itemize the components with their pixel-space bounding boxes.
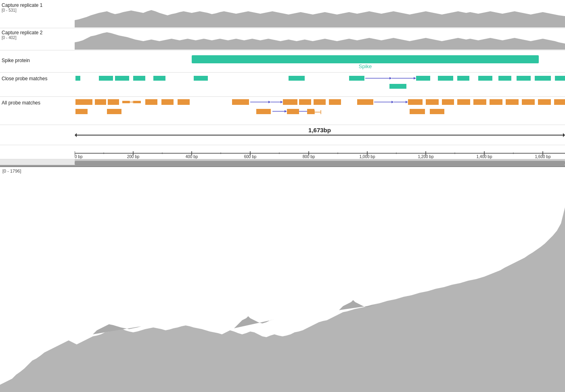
svg-text:1,200 bp: 1,200 bp [418, 154, 434, 159]
svg-rect-41 [314, 99, 326, 105]
svg-rect-31 [145, 99, 157, 105]
svg-rect-22 [389, 84, 406, 89]
svg-rect-26 [122, 101, 130, 103]
svg-rect-33 [178, 99, 190, 105]
close-probe-label: Close probe matches [0, 73, 75, 97]
svg-rect-23 [75, 99, 92, 105]
svg-rect-42 [329, 99, 341, 105]
svg-rect-9 [349, 76, 364, 81]
svg-rect-24 [95, 99, 106, 105]
svg-rect-2 [75, 76, 80, 81]
svg-text:1,400 bp: 1,400 bp [477, 154, 492, 159]
svg-rect-63 [287, 109, 299, 114]
all-probe-track: All probe matches [0, 97, 565, 125]
svg-rect-32 [161, 99, 174, 105]
capture1-label: Capture replicate 1 [0 - 531] [0, 0, 75, 28]
scale-content: 1,673bp [75, 125, 565, 145]
svg-text:1,000 bp: 1,000 bp [360, 154, 375, 159]
capture2-title: Capture replicate 2 [2, 30, 42, 35]
svg-text:600 bp: 600 bp [244, 154, 257, 159]
svg-text:Spike: Spike [359, 63, 372, 69]
capture1-title: Capture replicate 1 [2, 2, 42, 8]
svg-rect-65 [307, 109, 314, 114]
svg-rect-39 [283, 99, 297, 105]
close-probe-title: Close probe matches [2, 76, 47, 81]
svg-rect-0 [192, 55, 539, 63]
all-probe-content [75, 97, 565, 125]
bottom-coverage [0, 175, 565, 392]
svg-marker-72 [75, 133, 77, 137]
svg-rect-6 [153, 76, 165, 81]
capture2-content [75, 28, 565, 50]
svg-marker-11 [389, 77, 392, 79]
scrollbar-label-area [0, 159, 75, 165]
svg-rect-69 [410, 109, 425, 114]
svg-text:1,600 bp: 1,600 bp [535, 154, 551, 159]
svg-rect-16 [457, 76, 469, 81]
all-probe-label: All probe matches [0, 97, 75, 125]
svg-text:200 bp: 200 bp [127, 154, 140, 159]
svg-marker-62 [285, 110, 287, 113]
bottom-range: [0 - 1796] [0, 167, 565, 175]
svg-text:1,673bp: 1,673bp [308, 127, 331, 133]
svg-marker-38 [280, 101, 283, 103]
svg-rect-54 [506, 99, 519, 105]
capture2-track: Capture replicate 2 [0 - 402] [0, 28, 565, 50]
capture2-label: Capture replicate 2 [0 - 402] [0, 28, 75, 50]
svg-text:800 bp: 800 bp [303, 154, 315, 159]
svg-rect-49 [426, 99, 439, 105]
svg-rect-51 [457, 99, 470, 105]
genome-viewer: Capture replicate 1 [0 - 531] Capture re… [0, 0, 565, 392]
svg-rect-70 [430, 109, 444, 114]
svg-rect-20 [535, 76, 551, 81]
spike-track: Spike protein Spike [0, 50, 565, 73]
svg-rect-5 [133, 76, 145, 81]
svg-marker-13 [414, 77, 416, 79]
capture1-range: [0 - 531] [2, 8, 17, 13]
ruler-content: 0 bp 200 bp 400 bp 600 bp 800 bp 1,000 b… [75, 145, 565, 159]
svg-rect-15 [438, 76, 453, 81]
svg-rect-59 [107, 109, 121, 114]
scrollbar-area[interactable] [0, 159, 565, 165]
svg-rect-53 [490, 99, 502, 105]
svg-rect-48 [408, 99, 423, 105]
svg-marker-45 [391, 101, 394, 103]
svg-rect-14 [416, 76, 430, 81]
divider-bar-dark [0, 165, 565, 166]
capture1-content [75, 0, 565, 28]
scale-row: 1,673bp [0, 125, 565, 145]
scrollbar-thumb[interactable] [75, 161, 565, 165]
svg-rect-55 [522, 99, 535, 105]
ruler-row: 0 bp 200 bp 400 bp 600 bp 800 bp 1,000 b… [0, 145, 565, 159]
close-probe-content [75, 73, 565, 97]
bottom-track: [0 - 1796] [0, 166, 565, 392]
svg-rect-3 [99, 76, 113, 81]
svg-rect-7 [194, 76, 208, 81]
capture1-track: Capture replicate 1 [0 - 531] [0, 0, 565, 28]
svg-rect-25 [108, 99, 119, 105]
svg-rect-52 [473, 99, 486, 105]
svg-text:0 bp: 0 bp [75, 154, 83, 159]
ruler-label-empty [0, 145, 75, 159]
svg-rect-21 [555, 76, 565, 81]
svg-rect-50 [442, 99, 454, 105]
all-probe-title: All probe matches [2, 100, 40, 106]
svg-rect-40 [299, 99, 311, 105]
spike-label: Spike protein [0, 50, 75, 73]
svg-rect-58 [75, 109, 88, 114]
svg-rect-17 [478, 76, 492, 81]
svg-marker-36 [268, 101, 271, 103]
svg-marker-73 [563, 133, 565, 137]
close-probe-track: Close probe matches [0, 73, 565, 97]
svg-text:400 bp: 400 bp [186, 154, 198, 159]
svg-rect-30 [134, 101, 141, 103]
svg-rect-19 [517, 76, 531, 81]
svg-rect-18 [498, 76, 511, 81]
svg-rect-56 [538, 99, 551, 105]
svg-rect-4 [115, 76, 129, 81]
svg-marker-47 [406, 101, 408, 103]
scrollbar-track[interactable] [75, 159, 565, 165]
svg-rect-43 [357, 99, 373, 105]
svg-rect-60 [256, 109, 271, 114]
capture2-range: [0 - 402] [2, 35, 17, 40]
